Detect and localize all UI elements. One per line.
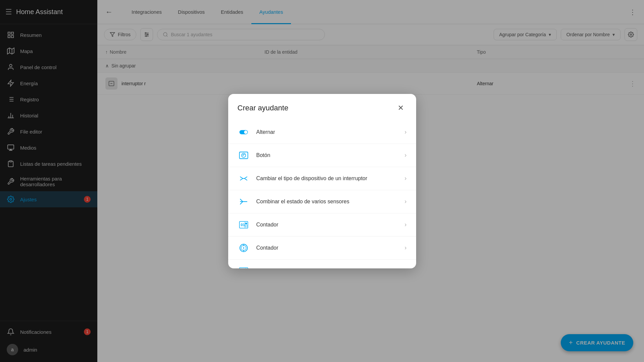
- dropdown-icon: [238, 265, 250, 268]
- chevron-right-icon: ›: [405, 198, 407, 205]
- modal-item-label: Desplegable: [256, 268, 398, 268]
- modal-list: Alternar › Botón › Cambiar el tipo de di…: [228, 119, 416, 268]
- svg-point-39: [241, 153, 246, 157]
- modal-item-desplegable[interactable]: Desplegable ›: [228, 260, 416, 268]
- modal-item-label: Contador: [256, 222, 398, 228]
- svg-rect-46: [245, 225, 247, 227]
- counter1-icon: 01: [238, 219, 250, 231]
- chevron-right-icon: ›: [405, 128, 407, 136]
- svg-point-37: [244, 131, 247, 134]
- modal-item-cambiar-interruptor[interactable]: Cambiar el tipo de dispositivo de un int…: [228, 167, 416, 190]
- combine-icon: [238, 196, 250, 208]
- chevron-right-icon: ›: [405, 267, 407, 268]
- modal-item-contador2[interactable]: Contador ›: [228, 237, 416, 260]
- modal-title: Crear ayudante: [238, 104, 289, 112]
- close-icon: ✕: [398, 104, 404, 112]
- modal-item-alternar[interactable]: Alternar ›: [228, 121, 416, 144]
- button-icon: [238, 149, 250, 161]
- modal-item-label: Cambiar el tipo de dispositivo de un int…: [256, 175, 398, 182]
- modal-item-boton[interactable]: Botón ›: [228, 144, 416, 167]
- modal-item-label: Alternar: [256, 129, 398, 135]
- svg-rect-45: [245, 222, 247, 224]
- svg-rect-52: [239, 268, 248, 268]
- counter2-icon: [238, 242, 250, 254]
- chevron-right-icon: ›: [405, 244, 407, 251]
- svg-point-51: [243, 247, 244, 249]
- toggle-icon: [238, 126, 250, 138]
- chevron-right-icon: ›: [405, 221, 407, 228]
- modal-item-label: Combinar el estado de varios sensores: [256, 199, 398, 205]
- switch-icon: [238, 172, 250, 185]
- create-helper-modal: Crear ayudante ✕ Alternar › Botón ›: [228, 94, 416, 268]
- modal-header: Crear ayudante ✕: [228, 94, 416, 119]
- chevron-right-icon: ›: [405, 175, 407, 182]
- svg-text:01: 01: [241, 222, 245, 226]
- modal-item-label: Botón: [256, 152, 398, 158]
- modal-item-label: Contador: [256, 245, 398, 251]
- modal-item-contador1[interactable]: 01 Contador ›: [228, 213, 416, 237]
- modal-item-combinar-sensores[interactable]: Combinar el estado de varios sensores ›: [228, 190, 416, 213]
- modal-overlay[interactable]: Crear ayudante ✕ Alternar › Botón ›: [0, 0, 644, 362]
- chevron-right-icon: ›: [405, 152, 407, 159]
- modal-close-button[interactable]: ✕: [395, 102, 407, 114]
